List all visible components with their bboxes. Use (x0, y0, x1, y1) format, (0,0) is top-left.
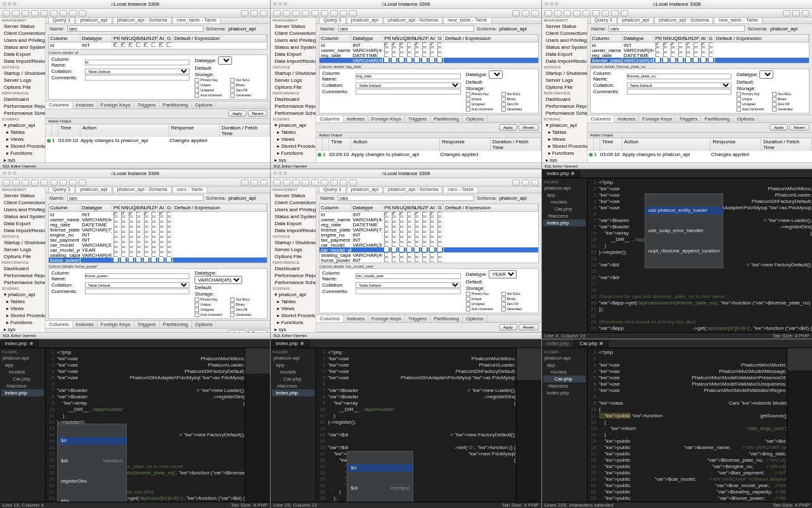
section-tab[interactable]: Options (463, 115, 487, 122)
toolbar-button[interactable] (41, 10, 48, 16)
toolbar-button[interactable] (330, 179, 338, 186)
toolbar-button[interactable] (283, 179, 290, 186)
checkbox[interactable] (437, 217, 442, 221)
schema-node[interactable]: ▾ phalcon_api (0, 291, 45, 298)
toolbar-button[interactable] (79, 179, 86, 186)
table-name-input[interactable] (609, 25, 745, 32)
checkbox[interactable] (159, 42, 164, 47)
checkbox[interactable] (501, 102, 506, 107)
sidebar-item[interactable]: Status and System Variables (271, 213, 316, 220)
query-tab[interactable]: phalcon_api · Schema (113, 18, 172, 23)
checkbox[interactable] (384, 252, 389, 257)
section-tab[interactable]: Options (463, 315, 487, 322)
checkbox[interactable] (501, 107, 506, 112)
toolbar-button[interactable] (621, 10, 628, 16)
checkbox[interactable] (129, 257, 133, 262)
table-name-input[interactable] (67, 195, 203, 201)
checkbox[interactable] (121, 237, 126, 242)
checkbox[interactable] (384, 48, 389, 52)
checkbox[interactable] (129, 222, 133, 226)
sidebar-item[interactable]: Users and Privileges (0, 37, 45, 44)
query-tab[interactable]: phalcon_api (347, 187, 383, 193)
checkbox[interactable] (121, 222, 126, 226)
checkbox[interactable] (671, 48, 675, 52)
schema-child[interactable]: ▸ Stored Procedures (271, 143, 316, 150)
section-tab[interactable]: Columns (316, 115, 344, 122)
query-tab[interactable]: phalcon_api · Schema (113, 187, 172, 193)
schema-node[interactable]: ▸ sys (271, 326, 316, 332)
sidebar-item[interactable]: Startup / Shutdown (271, 239, 316, 246)
checkbox[interactable] (466, 302, 470, 306)
toolbar-button[interactable] (311, 10, 319, 16)
checkbox[interactable] (136, 252, 141, 257)
checkbox[interactable] (399, 237, 404, 242)
checkbox[interactable] (430, 222, 434, 226)
checkbox[interactable] (407, 42, 411, 47)
checkbox[interactable] (144, 42, 148, 47)
checkbox[interactable] (129, 252, 133, 257)
toolbar-button[interactable] (531, 10, 539, 16)
checkbox[interactable] (466, 107, 470, 112)
checkbox[interactable] (678, 58, 683, 62)
checkbox[interactable] (430, 232, 434, 237)
checkbox[interactable] (655, 48, 660, 52)
revert-button[interactable]: Revert (248, 110, 268, 117)
checkbox[interactable] (772, 92, 777, 96)
checkbox[interactable] (655, 53, 660, 57)
toolbar-button[interactable] (41, 179, 48, 186)
checkbox[interactable] (501, 302, 506, 306)
toolbar-button[interactable] (349, 179, 357, 186)
checkbox[interactable] (392, 232, 396, 237)
checkbox[interactable] (663, 42, 667, 47)
datatype-select[interactable] (489, 70, 503, 79)
checkbox[interactable] (230, 308, 235, 312)
sidebar-item[interactable]: Options File (542, 84, 587, 91)
checkbox[interactable] (167, 42, 171, 47)
query-tab[interactable]: phalcon_api · Schema (654, 18, 713, 23)
toolbar-button[interactable] (250, 10, 258, 16)
checkbox[interactable] (437, 212, 442, 216)
sidebar-item[interactable]: Performance Schema Setup (271, 110, 316, 117)
toolbar-button[interactable] (522, 10, 529, 16)
sidebar-item[interactable]: Status and System Variables (0, 213, 45, 220)
datatype-select[interactable]: VARCHAR(45) (195, 276, 242, 284)
minimap[interactable] (516, 348, 541, 502)
checkbox[interactable] (422, 58, 427, 62)
query-tab[interactable]: Query 1 (48, 18, 75, 23)
query-tab[interactable]: Query 1 (48, 187, 75, 193)
checkbox[interactable] (437, 247, 442, 252)
checkbox[interactable] (392, 257, 396, 262)
checkbox[interactable] (129, 212, 133, 216)
section-tab[interactable]: Columns (588, 115, 615, 122)
checkbox[interactable] (129, 237, 133, 242)
toolbar-button[interactable] (611, 10, 619, 16)
code-editor[interactable]: 1<?php2"kw">use Phalcon\Mvc\Micro;3"kw">… (588, 178, 812, 332)
sidebar-item[interactable]: Server Status (0, 192, 45, 199)
sidebar-item[interactable]: Dashboard (271, 96, 316, 103)
checkbox[interactable] (167, 252, 171, 257)
checkbox[interactable] (407, 242, 411, 247)
toolbar-button[interactable] (531, 179, 539, 186)
table-tab[interactable]: new_table - Table (714, 18, 763, 23)
sidebar-item[interactable]: Performance Schema Setup (0, 279, 45, 286)
toolbar-button[interactable] (292, 179, 300, 186)
sidebar-item[interactable]: Status and System Variables (0, 44, 45, 51)
section-tab[interactable]: Triggers (405, 315, 430, 322)
checkbox[interactable] (230, 313, 235, 317)
checkbox[interactable] (415, 48, 419, 52)
columns-table[interactable]: ColumnDatatypePKNNUQBINUNZFAIGDefault / … (319, 34, 538, 63)
checkbox[interactable] (113, 217, 118, 221)
sidebar-item[interactable]: Data Import/Restore (271, 227, 316, 234)
toolbar-button[interactable] (340, 10, 347, 16)
checkbox[interactable] (407, 237, 411, 242)
checkbox[interactable] (129, 42, 133, 47)
checkbox[interactable] (151, 237, 156, 242)
checkbox[interactable] (121, 212, 126, 216)
checkbox[interactable] (230, 78, 235, 82)
checkbox[interactable] (151, 42, 156, 47)
toolbar-button[interactable] (22, 10, 29, 16)
checkbox[interactable] (136, 42, 141, 47)
schema-child[interactable]: ▸ Views (0, 305, 45, 312)
checkbox[interactable] (437, 252, 442, 257)
schema-child[interactable]: ▸ Tables (0, 129, 45, 136)
